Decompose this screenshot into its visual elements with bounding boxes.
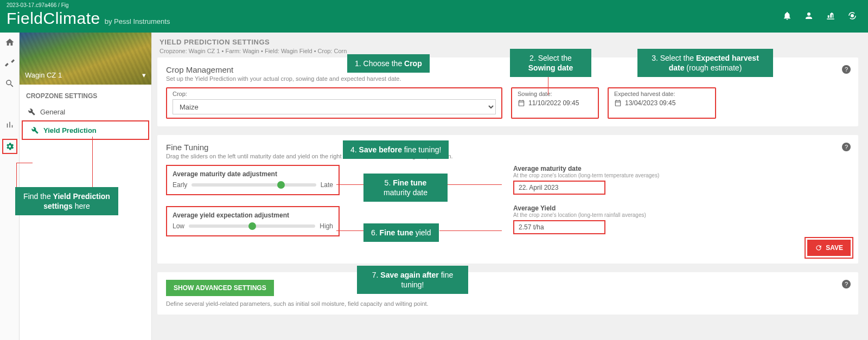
avg-yield-value: 2.57 t/ha xyxy=(513,220,605,234)
broadcast-icon[interactable] xyxy=(847,11,857,22)
bell-icon[interactable] xyxy=(782,11,792,22)
sowing-box[interactable]: Sowing date: 11/10/2022 09:45 xyxy=(511,87,599,119)
callout-4: 4. Save before fine tuning! xyxy=(343,140,449,159)
red-connector xyxy=(16,163,17,187)
maturity-slider-box: Average maturity date adjustment Early L… xyxy=(166,165,340,195)
farm-icon[interactable] xyxy=(826,11,835,22)
rail-home[interactable] xyxy=(3,36,16,49)
callout-2: 2. Select the Sowing date xyxy=(510,49,591,77)
avg-maturity-field: Average maturity date At the crop zone's… xyxy=(513,165,676,195)
maturity-slider[interactable] xyxy=(192,183,316,187)
calendar-icon xyxy=(518,99,525,107)
yield-slider[interactable] xyxy=(189,224,315,228)
rail-search[interactable] xyxy=(3,77,16,90)
cropzone-hero[interactable]: Wagin CZ 1 ▾ xyxy=(20,33,151,85)
sidebar-item-yield-prediction[interactable]: Yield Prediction xyxy=(22,120,149,140)
harvest-label: Expected harvest date: xyxy=(614,91,710,97)
help-icon[interactable]: ? xyxy=(842,280,851,288)
sowing-value: 11/10/2022 09:45 xyxy=(528,99,579,107)
refresh-icon xyxy=(815,244,822,252)
topbar: 2023-03-17.c97a466 / Fig FieldClimate by… xyxy=(0,0,868,33)
red-connector xyxy=(336,184,363,185)
save-button[interactable]: SAVE xyxy=(807,240,851,256)
avg-yield-field: Average Yield At the crop zone's locatio… xyxy=(513,204,676,234)
sidebar-section-title: CROPZONE SETTINGS xyxy=(20,85,151,103)
callout-7: 7. Save again after fine tuning! xyxy=(357,266,468,294)
brand-name: FieldClimate xyxy=(7,9,100,28)
save-label: SAVE xyxy=(826,244,843,252)
crop-label: Crop: xyxy=(173,91,496,97)
yield-slider-box: Average yield expectation adjustment Low… xyxy=(166,206,340,236)
header-icons xyxy=(782,11,857,22)
slider-thumb[interactable] xyxy=(277,181,285,189)
wrench-icon xyxy=(27,107,36,116)
logo[interactable]: FieldClimate by Pessl Instruments xyxy=(7,9,170,28)
fine-tuning-sub: Drag the sliders on the left until matur… xyxy=(166,153,850,159)
maturity-slider-right-label: Late xyxy=(321,181,333,189)
avg-maturity-title: Average maturity date xyxy=(513,165,676,172)
rail-chart[interactable] xyxy=(3,118,16,131)
crop-box: Crop: Maize xyxy=(166,87,502,119)
show-advanced-button[interactable]: SHOW ADVANCED SETTINGS xyxy=(166,280,274,296)
yield-slider-title: Average yield expectation adjustment xyxy=(173,211,333,219)
page-title: YIELD PREDICTION SETTINGS xyxy=(159,38,858,46)
yield-slider-left-label: Low xyxy=(173,222,184,230)
help-icon[interactable]: ? xyxy=(842,143,851,151)
red-connector xyxy=(448,184,502,185)
help-icon[interactable]: ? xyxy=(842,65,851,74)
red-connector xyxy=(92,137,93,187)
red-connector xyxy=(336,230,363,231)
rail-settings[interactable] xyxy=(2,139,17,154)
callout-1: 1. Choose the Crop xyxy=(347,54,430,73)
sowing-label: Sowing date: xyxy=(518,91,592,97)
rail-satellite[interactable] xyxy=(3,56,16,69)
red-connector xyxy=(439,230,502,231)
yield-slider-right-label: High xyxy=(320,222,333,230)
cropzone-name: Wagin CZ 1 xyxy=(25,71,62,79)
callout-6: 6. Fine tune yield xyxy=(363,223,439,242)
sidebar-item-general[interactable]: General xyxy=(20,103,151,120)
avg-maturity-sub: At the crop zone's location (long-term t… xyxy=(513,172,676,178)
calendar-icon xyxy=(614,99,622,107)
brand-sub: by Pessl Instruments xyxy=(105,17,170,25)
sidebar-item-label: General xyxy=(40,108,65,116)
callout-3: 3. Select the Expected harvest date (rou… xyxy=(637,49,773,77)
red-connector xyxy=(548,76,548,95)
build-tag: 2023-03-17.c97a466 / Fig xyxy=(7,2,69,8)
advanced-desc: Define several yield-related parameters,… xyxy=(166,300,850,307)
card-fine-tuning: Fine Tuning Drag the sliders on the left… xyxy=(157,135,858,264)
slider-thumb[interactable] xyxy=(248,222,256,230)
avg-maturity-value: 22. April 2023 xyxy=(513,181,605,195)
harvest-value: 13/04/2023 09:45 xyxy=(625,99,675,107)
main: YIELD PREDICTION SETTINGS Cropzone: Wagi… xyxy=(152,33,868,340)
sidebar-item-label: Yield Prediction xyxy=(43,126,97,134)
fine-tuning-heading: Fine Tuning xyxy=(166,143,850,152)
wrench-icon xyxy=(30,126,39,134)
chevron-down-icon: ▾ xyxy=(142,71,146,79)
avg-yield-title: Average Yield xyxy=(513,204,676,212)
crop-select[interactable]: Maize xyxy=(173,99,496,114)
card-advanced: ? SHOW ADVANCED SETTINGS Define several … xyxy=(157,272,858,315)
callout-5: 5. Fine tune maturity date xyxy=(363,174,448,202)
sidebar: Wagin CZ 1 ▾ CROPZONE SETTINGS General Y… xyxy=(20,33,152,340)
maturity-slider-left-label: Early xyxy=(173,181,187,189)
user-icon[interactable] xyxy=(804,11,814,22)
maturity-slider-title: Average maturity date adjustment xyxy=(173,170,333,178)
callout-find: Find the Yield Prediction settings here xyxy=(15,187,118,215)
harvest-box[interactable]: Expected harvest date: 13/04/2023 09:45 xyxy=(608,87,716,119)
rail-weather[interactable] xyxy=(3,98,16,111)
red-connector xyxy=(16,163,33,163)
avg-yield-sub: At the crop zone's location (long-term r… xyxy=(513,212,676,218)
